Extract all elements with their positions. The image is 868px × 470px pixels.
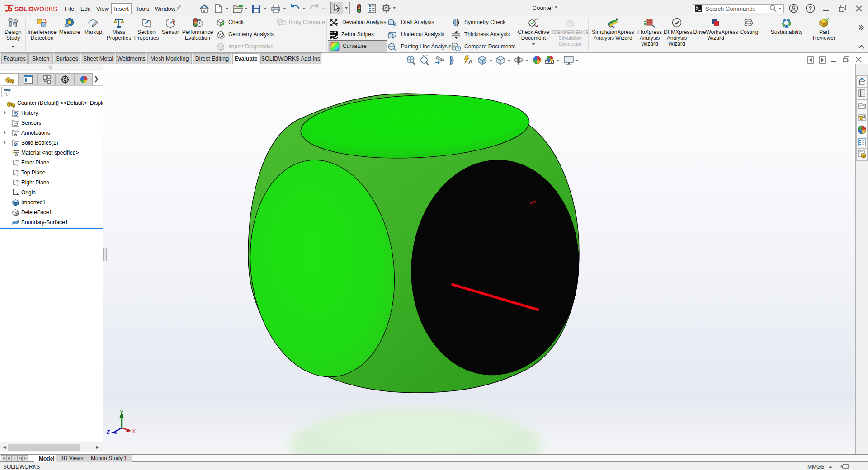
- svg-text:A: A: [14, 132, 17, 136]
- svg-text:Y: Y: [120, 409, 124, 415]
- svg-text:SOLIDWORKS: SOLIDWORKS: [14, 6, 57, 13]
- svg-text:Z: Z: [106, 429, 110, 435]
- svg-text:A: A: [468, 58, 473, 65]
- svg-text:X: X: [132, 428, 136, 434]
- svg-text:?: ?: [809, 5, 812, 12]
- svg-text:?: ?: [457, 47, 459, 51]
